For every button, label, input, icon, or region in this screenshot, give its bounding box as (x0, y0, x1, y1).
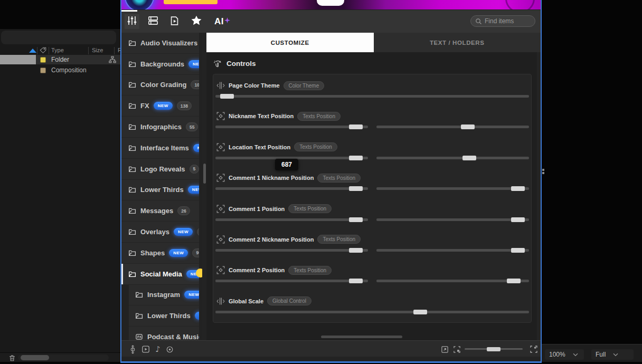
plugin-logo[interactable] (125, 0, 154, 10)
resolution-dropdown[interactable]: Full (591, 349, 634, 360)
scrollbar-thumb[interactable] (203, 164, 206, 184)
content-horizontal-scrollbar[interactable] (321, 336, 402, 338)
slider-thumb[interactable] (220, 94, 234, 99)
search-box[interactable] (470, 15, 535, 27)
sidebar-item-logo-reveals[interactable]: Logo Reveals5 (121, 159, 199, 180)
slider-track[interactable] (376, 280, 529, 282)
slider-thumb[interactable] (349, 248, 363, 253)
label-tag-icon[interactable] (40, 47, 46, 55)
control-row-location-text-position: Location Text PositionTexts Position (215, 141, 529, 169)
project-row-composition[interactable]: Composition (0, 65, 120, 75)
slider-thumb[interactable] (413, 310, 427, 314)
slider-track[interactable] (376, 249, 529, 252)
sidebar-item-color-grading[interactable]: Color Grading100 (121, 75, 199, 96)
sidebar-item-label: Overlays (140, 228, 169, 236)
slider-thumb[interactable] (511, 248, 525, 253)
column-size[interactable]: Size (92, 47, 103, 53)
sidebar-item-infographics[interactable]: Infographics55 (121, 117, 199, 138)
visibility-icon[interactable] (165, 344, 174, 354)
fit-to-screen-icon[interactable] (452, 344, 461, 354)
slider-thumb[interactable] (487, 347, 501, 351)
slider-track[interactable] (215, 249, 368, 252)
tool-list-view[interactable] (146, 14, 160, 29)
new-badge: NEW (188, 186, 199, 194)
project-horizontal-scrollbar[interactable] (18, 355, 109, 361)
slider-track[interactable] (376, 187, 529, 190)
sidebar-item-shapes[interactable]: ShapesNEW90 (121, 243, 199, 264)
fullscreen-icon[interactable] (529, 344, 539, 354)
slider-thumb[interactable] (349, 186, 363, 191)
banner-close-ring[interactable] (505, 0, 535, 10)
project-search-field[interactable] (1, 31, 116, 44)
control-label: Comment 2 Position (229, 267, 285, 273)
anchor-position-icon[interactable] (128, 344, 137, 354)
project-panel-footer (0, 352, 120, 362)
promo-banner[interactable] (121, 0, 541, 10)
sidebar-item-lower-thirds[interactable]: Lower ThirdsNEW (121, 180, 199, 201)
slider-thumb[interactable] (511, 217, 525, 222)
scrollbar-thumb[interactable] (21, 355, 49, 360)
tool-tutorials[interactable] (167, 14, 182, 29)
sidebar-item-lower-thirds[interactable]: Lower ThirdsNEW (129, 305, 199, 327)
slider-track[interactable] (376, 126, 529, 128)
tab-text-holders[interactable]: TEXT / HOLDERS (374, 33, 541, 52)
tool-presets[interactable] (125, 14, 139, 29)
content-vertical-scrollbar[interactable] (537, 52, 541, 340)
resize-window-icon[interactable] (440, 344, 449, 354)
panel-resize-grip[interactable] (542, 168, 545, 175)
slider-track[interactable] (215, 95, 529, 98)
new-badge: NEW (184, 291, 199, 299)
slider-track[interactable] (376, 157, 529, 159)
sidebar-item-fx[interactable]: FXNEW138 (121, 95, 199, 117)
slider-thumb[interactable] (349, 217, 363, 222)
preview-zoom-slider[interactable] (465, 348, 523, 350)
slider-track[interactable] (215, 311, 529, 313)
position-control-icon (216, 205, 225, 213)
slider-track[interactable] (215, 218, 368, 221)
category-sidebar-list: Audio Visualizers10BackgroundsNEWColor G… (121, 33, 202, 340)
sort-ascending-icon[interactable] (29, 49, 36, 53)
sidebar-item-podcast-music-b[interactable]: Podcast & Music B (129, 327, 199, 340)
control-type-badge: Texts Position (294, 142, 337, 151)
slider-track[interactable] (215, 187, 368, 190)
banner-yellow-button[interactable] (164, 0, 218, 4)
folder-icon (128, 39, 136, 47)
plugin-footer: ♪ (121, 340, 541, 357)
slider-thumb[interactable] (349, 279, 363, 283)
sidebar-item-audio-visualizers[interactable]: Audio Visualizers10 (121, 33, 199, 54)
sidebar-item-messages[interactable]: Messages26 (121, 200, 199, 222)
sidebar-item-backgrounds[interactable]: BackgroundsNEW (121, 54, 199, 75)
label-color-swatch[interactable] (40, 57, 46, 63)
sidebar-item-instagram[interactable]: InstagramNEW (129, 285, 199, 306)
music-icon[interactable]: ♪ (153, 344, 163, 354)
slider-thumb[interactable] (507, 279, 521, 283)
control-header: Nickname Text PositionTexts Position (215, 110, 529, 122)
slider-thumb[interactable] (461, 124, 475, 129)
tab-customize[interactable]: CUSTOMIZE (206, 33, 374, 52)
hierarchy-icon[interactable] (109, 56, 116, 65)
sidebar-item-label: Audio Visualizers (140, 39, 197, 47)
sidebar-item-social-media[interactable]: Social MediaNEW (121, 264, 199, 285)
search-input[interactable] (485, 17, 530, 25)
slider-track[interactable] (215, 280, 368, 282)
banner-white-button[interactable] (317, 0, 344, 6)
preview-play-icon[interactable] (141, 344, 150, 354)
sidebar-item-overlays[interactable]: OverlaysNEW140 (121, 222, 199, 243)
slider-thumb[interactable] (349, 124, 363, 129)
tool-ai[interactable]: AI (211, 14, 233, 29)
slider-track[interactable] (215, 126, 368, 128)
section-title: Controls (226, 60, 256, 68)
slider-thumb[interactable] (511, 186, 525, 191)
slider-thumb[interactable] (349, 156, 363, 160)
slider-thumb[interactable] (462, 156, 476, 160)
tool-favorites[interactable] (189, 14, 204, 29)
slider-track[interactable] (376, 218, 529, 221)
label-color-swatch[interactable] (40, 68, 46, 73)
project-row-folder[interactable]: Folder (0, 55, 120, 64)
column-type[interactable]: Type (51, 47, 64, 53)
magnification-dropdown[interactable]: 100% (545, 349, 584, 360)
sidebar-item-interface-items[interactable]: Interface ItemsNEW (121, 138, 199, 159)
sidebar-scrollbar[interactable] (202, 33, 206, 340)
sidebar-item-label: FX (140, 102, 149, 110)
control-type-badge: Texts Position (317, 235, 361, 244)
